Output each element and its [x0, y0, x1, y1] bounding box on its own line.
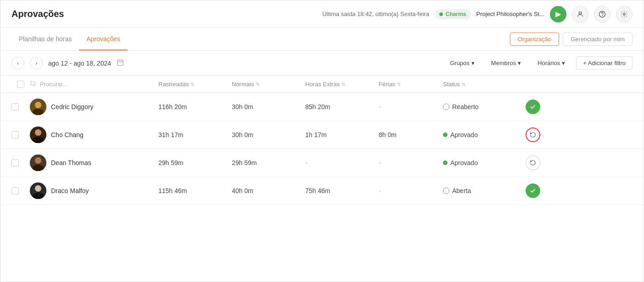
header: Aprovações Última saída 18:42, último(a)…: [0, 0, 644, 28]
status-cho: Aprovado: [443, 131, 526, 138]
revert-button-cho[interactable]: [526, 127, 540, 142]
next-week-button[interactable]: ›: [30, 57, 43, 70]
filter-dropdowns: Grupos ▾ Membros ▾ Horários ▾ + Adiciona…: [444, 56, 633, 70]
svg-point-20: [35, 185, 41, 192]
grupos-filter[interactable]: Grupos ▾: [444, 57, 480, 69]
normal-dean: 29h 59m: [232, 159, 305, 166]
search-box[interactable]: Procurar...: [30, 80, 158, 88]
filter-organizacao[interactable]: Organização: [510, 33, 560, 46]
avatar-cedric: [30, 99, 46, 115]
user-name-cedric: Cedric Diggory: [51, 103, 94, 111]
row-checkbox-dean[interactable]: [11, 159, 30, 166]
col-horas-extras: Horas Extras ⇅: [305, 81, 379, 88]
revert-button-dean[interactable]: [526, 155, 540, 170]
tabs-bar: Planilhas de horas Aprovações Organizaçã…: [0, 28, 644, 51]
table-body: Cedric Diggory 116h 20m 30h 0m 85h 20m -…: [0, 93, 644, 282]
search-placeholder: Procurar...: [40, 81, 67, 88]
svg-rect-4: [118, 60, 123, 65]
svg-point-17: [35, 157, 41, 164]
settings-button[interactable]: [616, 6, 633, 22]
sort-horas-icon[interactable]: ⇅: [342, 83, 345, 86]
normal-draco: 40h 0m: [232, 187, 305, 194]
svg-point-8: [31, 81, 35, 85]
user-name-draco: Draco Malfoy: [51, 187, 89, 194]
avatar-draco: [30, 182, 46, 199]
col-status: Status ⇅: [443, 81, 526, 88]
tracked-draco: 115h 46m: [158, 187, 232, 194]
horarios-filter[interactable]: Horários ▾: [532, 57, 571, 69]
timer-project-charms: Charms: [446, 11, 466, 17]
col-rastreadas: Rastreadas ⇅: [158, 81, 232, 88]
timer-active-dot: [439, 12, 443, 16]
search-icon: [30, 80, 36, 88]
user-cell-cho: Cho Chang: [30, 127, 158, 143]
vacation-cedric: -: [379, 103, 443, 111]
help-button[interactable]: [594, 6, 610, 22]
table-row: Cho Chang 31h 17m 30h 0m 1h 17m 8h 0m Ap…: [0, 121, 644, 149]
status-draco: Aberta: [443, 187, 526, 194]
user-cell-dean: Dean Thomas: [30, 155, 158, 171]
membros-filter[interactable]: Membros ▾: [486, 57, 526, 69]
sort-normais-icon[interactable]: ⇅: [256, 83, 259, 86]
filter-gerenciado[interactable]: Gerenciado por mim: [563, 33, 633, 46]
header-right: Última saída 18:42, último(a) Sexta-feir…: [322, 6, 633, 22]
table-row: Dean Thomas 29h 59m 29h 59m - - Aprovado: [0, 149, 644, 177]
tab-filter-buttons: Organização Gerenciado por mim: [510, 33, 633, 46]
date-range-label: ago 12 - ago 18, 2024: [48, 60, 111, 67]
col-ferias: Férias ⇅: [379, 81, 443, 88]
date-navigation: ‹ › ago 12 - ago 18, 2024: [11, 57, 124, 70]
status-icon-cho: [443, 133, 448, 137]
main-tabs: Planilhas de horas Aprovações: [11, 28, 128, 50]
row-checkbox-cho[interactable]: [11, 131, 30, 138]
row-checkbox-cedric[interactable]: [11, 103, 30, 111]
action-cedric[interactable]: [526, 100, 553, 114]
toolbar: ‹ › ago 12 - ago 18, 2024 Grupos ▾ Membr…: [0, 51, 644, 76]
select-all-checkbox[interactable]: [11, 81, 30, 88]
play-button[interactable]: ▶: [550, 6, 566, 22]
tab-planilhas[interactable]: Planilhas de horas: [11, 28, 79, 50]
action-dean[interactable]: [526, 155, 553, 170]
tracked-cedric: 116h 20m: [158, 103, 232, 111]
tracked-dean: 29h 59m: [158, 159, 232, 166]
status-icon-dean: [443, 160, 448, 165]
user-name-dean: Dean Thomas: [51, 159, 91, 166]
col-normais: Normais ⇅: [232, 81, 305, 88]
overtime-draco: 75h 46m: [305, 187, 379, 194]
vacation-cho: 8h 0m: [379, 131, 443, 138]
user-cell-cedric: Cedric Diggory: [30, 99, 158, 115]
approve-button-cedric[interactable]: [526, 100, 540, 114]
tab-aprovacoes[interactable]: Aprovações: [79, 28, 128, 50]
last-entry-status: Última saída 18:42, último(a) Sexta-feir…: [322, 11, 429, 17]
status-dean: Aprovado: [443, 159, 526, 166]
action-draco[interactable]: [526, 183, 553, 198]
user-button[interactable]: [572, 6, 588, 22]
svg-point-0: [579, 11, 581, 14]
vacation-dean: -: [379, 159, 443, 166]
prev-week-button[interactable]: ‹: [11, 57, 24, 70]
user-name-cho: Cho Chang: [51, 131, 84, 138]
add-filter-button[interactable]: + Adicionar filtro: [576, 56, 633, 70]
sort-status-icon[interactable]: ⇅: [462, 83, 465, 86]
page-title: Aprovações: [11, 9, 64, 19]
svg-point-14: [35, 129, 41, 136]
normal-cedric: 30h 0m: [232, 103, 305, 111]
normal-cho: 30h 0m: [232, 131, 305, 138]
sort-rastreadas-icon[interactable]: ⇅: [190, 83, 194, 86]
svg-point-3: [623, 13, 625, 15]
tracked-cho: 31h 17m: [158, 131, 232, 138]
timer-badge[interactable]: Charms: [435, 9, 471, 19]
action-cho[interactable]: [526, 127, 553, 142]
overtime-dean: -: [305, 159, 379, 166]
svg-line-9: [34, 85, 36, 86]
svg-point-11: [35, 102, 41, 108]
status-cedric: Reaberto: [443, 103, 526, 111]
avatar-cho: [30, 127, 46, 143]
approve-button-draco[interactable]: [526, 183, 540, 198]
calendar-icon[interactable]: [117, 59, 124, 68]
sort-ferias-icon[interactable]: ⇅: [397, 83, 401, 86]
table-row: Draco Malfoy 115h 46m 40h 0m 75h 46m - A…: [0, 177, 644, 205]
row-checkbox-draco[interactable]: [11, 187, 30, 194]
table-row: Cedric Diggory 116h 20m 30h 0m 85h 20m -…: [0, 93, 644, 121]
user-cell-draco: Draco Malfoy: [30, 182, 158, 199]
overtime-cho: 1h 17m: [305, 131, 379, 138]
